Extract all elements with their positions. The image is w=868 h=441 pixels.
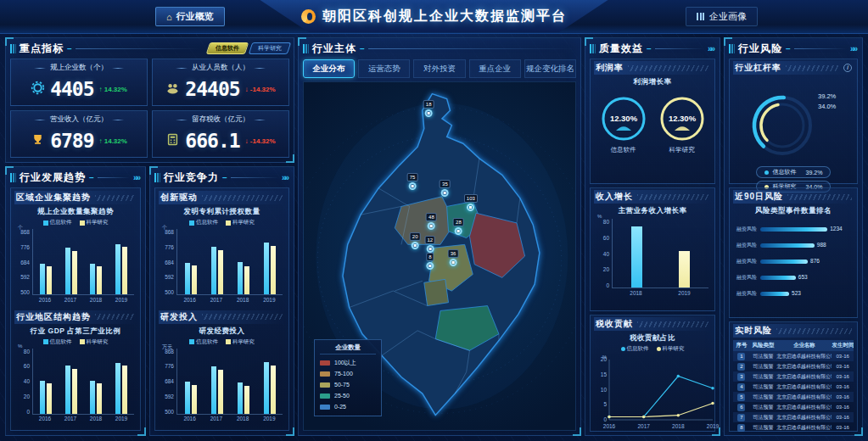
chart-legend: 信息软件科学研究	[14, 219, 137, 226]
hatch-decoration	[637, 194, 709, 200]
people-icon	[165, 81, 180, 98]
bar	[211, 366, 216, 414]
map-marker[interactable]: 36	[448, 249, 459, 266]
y-tick: 776	[20, 244, 30, 250]
table-header-cell: 发生时间	[832, 342, 854, 349]
map-legend-item[interactable]: 25-50	[320, 390, 376, 401]
map-marker[interactable]: 12	[424, 236, 435, 253]
map-marker[interactable]: 35	[440, 180, 451, 197]
legend-item[interactable]: 科学研究	[226, 219, 255, 226]
map-marker[interactable]: 18	[423, 100, 434, 117]
risk-rank-value: 653	[798, 274, 808, 280]
tab-对外投资[interactable]: 对外投资	[413, 59, 465, 78]
bar	[115, 363, 120, 414]
legend-item[interactable]: 信息软件	[189, 338, 218, 346]
x-axis-labels: 2016201720182019	[32, 295, 134, 304]
profit-card: 利润率 利润增长率 12.30%信息软件12.30%科学研究	[590, 59, 715, 184]
x-tick: 2018	[237, 297, 249, 303]
more-arrows-icon[interactable]: »»	[850, 44, 858, 53]
legend-label: 信息软件	[627, 345, 649, 353]
bar	[40, 381, 45, 414]
nav-industry-overview[interactable]: ⌂ 行业概览	[155, 7, 225, 26]
chart-title: 行业 GDP 占第三产业比例	[14, 327, 137, 337]
x-tick: 2016	[39, 416, 51, 421]
section-title: 行业风险	[738, 42, 782, 56]
district-map: 18753510348282012836 企业数量 100以上75-10050-…	[303, 81, 576, 431]
table-row[interactable]: 1司法预警北京启迪卓越科技有限公司03-16	[733, 351, 854, 361]
legend-item[interactable]: 信息软件	[189, 219, 218, 226]
bar	[65, 248, 70, 294]
map-legend-item[interactable]: 75-100	[320, 368, 376, 379]
table-row[interactable]: 5司法预警北京启迪卓越科技有限公司03-16	[733, 392, 854, 402]
info-icon[interactable]: i	[843, 64, 852, 72]
tab-企业分布[interactable]: 企业分布	[303, 59, 355, 78]
legend-item[interactable]: 科学研究	[80, 219, 109, 226]
bar-group	[40, 264, 52, 294]
stat-card-label: 留存税收（亿元）	[176, 114, 266, 125]
legend-item[interactable]: 科学研究	[226, 338, 255, 346]
quality-panel: 质量效益 – »» 利润率 利润增长率 12.30%信息软件12.30%科学研究…	[585, 37, 720, 436]
leverage-legend-pill[interactable]: 信息软件39.2%	[756, 166, 832, 178]
axis-unit-label: 个	[18, 224, 23, 232]
x-tick: 2017	[64, 416, 76, 421]
y-tick: 592	[20, 274, 30, 280]
trend-chart-cards: 区域企业集聚趋势规上企业数量集聚趋势信息软件科学研究个8687766845925…	[10, 187, 141, 431]
risk-rank-row: 融资风险1234	[733, 221, 854, 237]
map-tab-bar: 企业分布运营态势对外投资重点企业规企变化排名	[303, 59, 576, 78]
more-arrows-icon[interactable]: »»	[133, 173, 141, 182]
legend-label: 信息软件	[196, 219, 218, 226]
row-seq-badge: 6	[737, 404, 745, 411]
table-header-cell: 企业名称	[776, 342, 832, 349]
more-arrows-icon[interactable]: »»	[282, 173, 289, 182]
map-legend-item[interactable]: 50-75	[320, 379, 376, 390]
table-header-cell: 序号	[733, 342, 750, 349]
legend-label: 信息软件	[50, 219, 72, 226]
x-tick: 2019	[263, 416, 275, 421]
date-cell: 03-16	[832, 405, 854, 410]
y-tick: 40	[24, 378, 30, 384]
table-row[interactable]: 2司法预警北京启迪卓越科技有限公司03-16	[733, 361, 854, 371]
section-bars-icon	[729, 44, 735, 53]
table-row[interactable]: 4司法预警北京启迪卓越科技有限公司03-16	[733, 382, 854, 392]
map-marker[interactable]: 103	[464, 194, 478, 211]
risk-rank-row: 融资风险653	[733, 270, 854, 286]
bar	[65, 366, 70, 414]
dash-decoration: –	[647, 44, 652, 53]
legend-item[interactable]: 信息软件	[43, 338, 72, 346]
map-legend-item[interactable]: 0-25	[320, 401, 376, 412]
hatch-decoration	[95, 314, 135, 320]
legend-item[interactable]: 信息软件	[43, 219, 72, 226]
table-row[interactable]: 6司法预警北京启迪卓越科技有限公司03-16	[733, 402, 854, 412]
legend-item[interactable]: 信息软件	[621, 345, 649, 353]
risk-type-cell: 司法预警	[750, 394, 776, 401]
y-tick: 20	[24, 394, 30, 399]
map-marker[interactable]: 48	[426, 213, 437, 230]
map-pin-icon	[426, 262, 434, 270]
category-filter-pills: 信息软件科学研究	[208, 42, 289, 54]
risk-type-label: 融资风险	[733, 274, 757, 282]
date-cell: 03-16	[832, 354, 854, 359]
more-arrows-icon[interactable]: »»	[708, 44, 715, 53]
table-row[interactable]: 7司法预警北京启迪卓越科技有限公司03-16	[733, 412, 854, 422]
map-legend-item[interactable]: 100以上	[320, 357, 376, 368]
legend-item[interactable]: 科学研究	[80, 338, 109, 346]
x-axis-labels: 2016201720182019	[32, 415, 134, 423]
table-row[interactable]: 3司法预警北京启迪卓越科技有限公司03-16	[733, 371, 854, 382]
gauge-label: 科学研究	[669, 146, 695, 154]
filter-pill[interactable]: 科学研究	[249, 42, 292, 54]
map-marker[interactable]: 8	[426, 253, 434, 270]
legend-item[interactable]: 科学研究	[657, 345, 685, 353]
filter-pill[interactable]: 信息软件	[206, 42, 249, 54]
tab-规企变化排名[interactable]: 规企变化排名	[524, 59, 576, 78]
tab-重点企业[interactable]: 重点企业	[469, 59, 521, 78]
tax-share-chart: 税收贡献占比信息软件科学研究%201510502016201720182019	[594, 331, 711, 431]
nav-enterprise-profile[interactable]: 企业画像	[686, 7, 758, 26]
y-tick: 60	[603, 235, 609, 241]
tab-运营态势[interactable]: 运营态势	[358, 59, 410, 78]
map-marker[interactable]: 75	[407, 173, 418, 190]
bar-group	[115, 363, 127, 414]
map-marker[interactable]: 20	[410, 232, 421, 249]
map-marker[interactable]: 28	[453, 218, 464, 235]
stat-card: 从业人员数（人）24405↓ -14.32%	[152, 59, 289, 106]
table-row[interactable]: 8司法预警北京启迪卓越科技有限公司03-16	[733, 422, 854, 433]
